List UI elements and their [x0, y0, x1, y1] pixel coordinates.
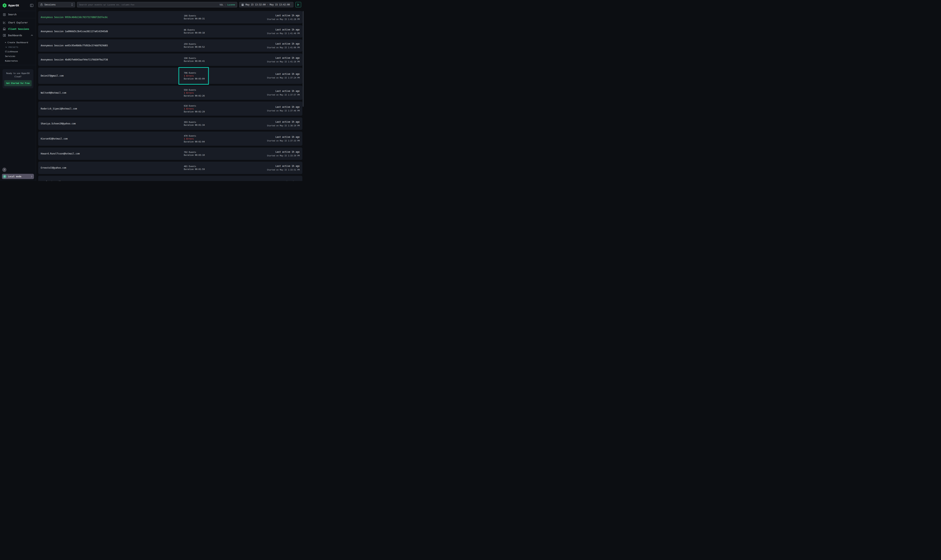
- sidebar-item-dashboards[interactable]: Dashboards: [0, 32, 36, 38]
- session-title: Ernesto33@yahoo.com: [41, 166, 66, 169]
- session-row[interactable]: Deion37@gmail.com706 Events1 ErrorsDurat…: [38, 68, 302, 84]
- session-times: Last active 1h agoStarted on May 15 1:33…: [267, 165, 300, 171]
- session-row[interactable]: Roderick_Sipes1@hotmail.com618 Events1 E…: [38, 102, 302, 116]
- preset-item-services[interactable]: Services: [0, 54, 36, 59]
- started-label: Started on May 15 1:38:10 PM: [267, 125, 300, 127]
- session-row[interactable]: Walton9@hotmail.com550 Events1 ErrorsDur…: [38, 86, 302, 100]
- events-count: 706 Events: [184, 71, 205, 74]
- last-active-label: Last active 1h ago: [267, 151, 300, 153]
- session-stats: 618 Events1 ErrorsDuration 00:02:29: [184, 104, 205, 113]
- session-row[interactable]: Ernesto33@yahoo.com481 EventsDuration 00…: [38, 162, 302, 174]
- events-count: 470 Events: [184, 134, 205, 137]
- session-duration: Duration 00:00:52: [184, 46, 205, 48]
- last-active-label: Last active 1h ago: [267, 57, 300, 59]
- time-range-value: May 15 13:32:00 - May 15 13:42:00: [245, 3, 290, 6]
- session-stats: 550 Events1 ErrorsDuration 00:02:26: [184, 88, 205, 97]
- search-input[interactable]: [79, 3, 218, 6]
- errors-count: 1 Errors: [184, 107, 205, 110]
- last-active-label: Last active 1h ago: [267, 120, 300, 123]
- plus-icon: +: [5, 41, 6, 44]
- errors-count: 1 Errors: [184, 137, 205, 140]
- session-duration: Duration 00:02:29: [184, 110, 205, 113]
- sidebar-item-label: Search: [8, 13, 17, 16]
- sidebar-nav-group: Chart Explorer Client Sessions Dashboard…: [0, 18, 36, 65]
- sidebar-item-search[interactable]: Search: [0, 11, 36, 18]
- session-duration: Duration 00:03:09: [184, 77, 205, 80]
- started-label: Started on May 15 1:33:51 PM: [267, 169, 300, 171]
- session-row[interactable]: Anonymous Session ee03c95e0b68cffd92bc57…: [38, 39, 302, 52]
- chevron-down-icon: [5, 46, 7, 48]
- session-duration: Duration 00:00:31: [184, 17, 205, 20]
- session-times: Last active 1h agoStarted on May 15 1:41…: [267, 14, 300, 20]
- session-stats: 702 EventsDuration 00:03:10: [184, 151, 205, 157]
- chevron-up-icon[interactable]: [31, 34, 33, 36]
- lucene-toggle[interactable]: Lucene: [227, 3, 235, 6]
- sidebar-footer: ? U Local mode: [0, 168, 36, 181]
- last-active-label: Last active 1h ago: [267, 90, 300, 92]
- session-title: Howard.Runolfsson@hotmail.com: [41, 152, 80, 155]
- session-duration: Duration 00:01:59: [184, 168, 205, 171]
- session-duration: Duration 00:00:18: [184, 31, 205, 34]
- session-times: Last active 1h agoStarted on May 15 1:38…: [267, 120, 300, 127]
- session-stats: 481 EventsDuration 00:01:59: [184, 165, 205, 171]
- sidebar-item-client-sessions[interactable]: Client Sessions: [0, 26, 36, 32]
- started-label: Started on May 15 1:37:57 PM: [267, 94, 300, 96]
- session-stats: 166 EventsDuration 00:00:31: [184, 14, 205, 20]
- toggle-separator: |: [225, 3, 226, 6]
- app-title: HyperDX: [8, 4, 19, 7]
- events-count: 554 Events: [184, 181, 196, 181]
- session-row[interactable]: Shaniya.Schoen20@yahoo.com393 EventsDura…: [38, 117, 302, 130]
- user-menu[interactable]: U Local mode: [2, 174, 34, 179]
- session-row[interactable]: Anonymous Session 1ad066d3c3b41cea381127…: [38, 25, 302, 38]
- events-count: 86 Events: [184, 28, 205, 31]
- session-title: Kieran92@hotmail.com: [41, 137, 68, 140]
- session-stats: 190 EventsDuration 00:00:41: [184, 57, 205, 63]
- session-duration: Duration 00:02:04: [184, 140, 205, 143]
- session-row[interactable]: Howard.Runolfsson@hotmail.com702 EventsD…: [38, 148, 302, 160]
- session-stats: 259 EventsDuration 00:00:52: [184, 43, 205, 48]
- presets-toggle[interactable]: PRESETS: [0, 45, 36, 49]
- sidebar-item-label: Client Sessions: [8, 28, 29, 31]
- create-dashboard-button[interactable]: + Create Dashboard: [0, 40, 36, 45]
- laptop-icon: [3, 28, 6, 31]
- sidebar-item-chart-explorer[interactable]: Chart Explorer: [0, 19, 36, 26]
- time-range-picker[interactable]: May 15 13:32:00 - May 15 13:42:00: [239, 2, 293, 8]
- sidebar-collapse-icon[interactable]: [30, 4, 33, 7]
- errors-count: 1 Errors: [184, 91, 205, 94]
- session-title: Pearl43@hotmail.com: [41, 181, 66, 181]
- events-count: 618 Events: [184, 104, 205, 107]
- source-select[interactable]: Sessions: [38, 2, 75, 8]
- scrollbar[interactable]: [302, 11, 304, 107]
- sql-toggle[interactable]: SQL: [219, 3, 224, 6]
- session-times: Last active 1h agoStarted on May 15 1:37…: [267, 106, 300, 112]
- session-row[interactable]: Anonymous Session 4bd02fe6643aaf44e711f6…: [38, 54, 302, 66]
- session-row[interactable]: Pearl43@hotmail.com554 EventsLast active…: [38, 176, 302, 181]
- started-label: Started on May 15 1:41:28 PM: [267, 18, 300, 20]
- help-button[interactable]: ?: [2, 168, 6, 172]
- session-times: Last active 1h agoStarted on May 15 1:41…: [267, 57, 300, 63]
- session-row[interactable]: Anonymous Session 9959c464b13dc7637327d8…: [38, 11, 302, 23]
- session-stats: 706 Events1 ErrorsDuration 00:03:09: [184, 71, 205, 80]
- sidebar-item-label: Dashboards: [8, 34, 22, 37]
- events-count: 190 Events: [184, 57, 205, 60]
- last-active-label: Last active 1h ago: [267, 14, 300, 17]
- preset-item-kubernetes[interactable]: Kubernetes: [0, 59, 36, 63]
- last-active-label: Last active 1h ago: [267, 135, 300, 138]
- started-label: Started on May 15 1:37:33 PM: [267, 140, 300, 142]
- events-count: 550 Events: [184, 88, 205, 91]
- hyperdx-logo-icon: [3, 3, 6, 8]
- session-title: Anonymous Session 1ad066d3c3b41cea381127…: [41, 30, 108, 33]
- started-label: Started on May 15 1:37:46 PM: [267, 110, 300, 112]
- session-duration: Duration 00:03:10: [184, 154, 205, 157]
- preset-item-clickhouse[interactable]: Clickhouse: [0, 49, 36, 54]
- errors-count: 1 Errors: [184, 74, 205, 77]
- session-row[interactable]: Kieran92@hotmail.com470 Events1 ErrorsDu…: [38, 132, 302, 146]
- session-stats: 470 Events1 ErrorsDuration 00:02:04: [184, 134, 205, 143]
- started-label: Started on May 15 1:33:39 PM: [267, 155, 300, 157]
- get-started-button[interactable]: Get Started for Free: [4, 80, 32, 86]
- last-active-label: Last active 1h ago: [267, 28, 300, 31]
- calendar-icon: [241, 3, 244, 6]
- run-query-button[interactable]: [295, 2, 301, 8]
- session-times: Last active 1h ago: [275, 181, 300, 181]
- events-count: 259 Events: [184, 43, 205, 46]
